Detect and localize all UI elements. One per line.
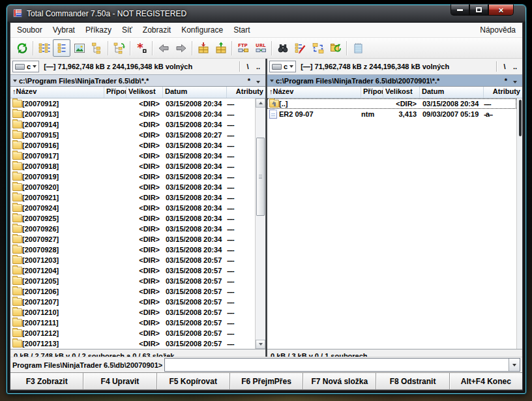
notepad-edit-button[interactable] xyxy=(349,39,366,57)
folder-icon xyxy=(12,235,22,243)
menu-item[interactable]: Příkazy xyxy=(80,23,117,37)
file-row[interactable]: [20070912] <DIR> 03/15/2008 20:34 ---- xyxy=(10,98,255,109)
file-row[interactable]: [20070928] <DIR> 03/15/2008 20:34 ---- xyxy=(10,245,255,255)
left-column-headers: ↑Název Přípona Velikost Datum Atributy xyxy=(10,87,265,98)
file-row[interactable]: [20071211] <DIR> 03/15/2008 20:57 ---- xyxy=(10,318,255,328)
file-row[interactable]: [20071210] <DIR> 03/15/2008 20:57 ---- xyxy=(10,307,255,318)
right-header-name[interactable]: ↑Název xyxy=(267,87,361,98)
right-header-size[interactable]: Velikost xyxy=(383,87,420,98)
menu-item[interactable]: Konfigurace xyxy=(176,23,228,37)
file-row[interactable]: [20071213] <DIR> 03/15/2008 20:57 ---- xyxy=(10,338,255,349)
file-row[interactable]: [..] <DIR> 03/15/2008 20:34 ---- xyxy=(267,98,516,109)
function-key-button[interactable]: F5 Kopírovat xyxy=(156,373,229,389)
right-parent-button[interactable]: .. xyxy=(510,63,520,70)
left-header-date[interactable]: Datum xyxy=(163,87,227,98)
minimize-button[interactable] xyxy=(451,5,469,16)
multi-rename-button[interactable] xyxy=(291,39,309,57)
file-row[interactable]: [20070917] <DIR> 03/15/2008 20:34 ---- xyxy=(10,151,255,161)
back-button[interactable] xyxy=(155,39,172,57)
no-filter-star-button[interactable]: * xyxy=(132,39,150,57)
scrollbar-thumb[interactable] xyxy=(256,138,265,215)
file-row[interactable]: [20070915] <DIR> 03/15/2008 20:27 ---- xyxy=(10,130,255,140)
brief-view-button[interactable] xyxy=(35,39,53,57)
left-header-name[interactable]: ↑Název xyxy=(10,87,104,98)
file-row[interactable]: [20070926] <DIR> 03/15/2008 20:34 ---- xyxy=(10,224,255,234)
left-drive-combo[interactable]: c xyxy=(12,61,39,72)
left-header-size[interactable]: Velikost xyxy=(126,87,163,98)
left-path-bar[interactable]: c:\Program Files\NinjaTrader 6.5\db\*.* … xyxy=(10,74,265,87)
right-scrollbar[interactable] xyxy=(516,98,522,349)
file-row[interactable]: [20070918] <DIR> 03/15/2008 20:34 ---- xyxy=(10,161,255,171)
unpack-files-button[interactable] xyxy=(212,39,229,57)
refresh-button[interactable] xyxy=(13,39,31,57)
file-row[interactable]: [20071205] <DIR> 03/15/2008 20:57 ---- xyxy=(10,276,255,286)
function-key-button[interactable]: F4 Upravit xyxy=(83,373,156,389)
file-row[interactable]: [20070913] <DIR> 03/15/2008 20:34 ---- xyxy=(10,109,255,119)
path-dropdown-icon xyxy=(270,80,274,82)
right-header-attr[interactable]: Atributy xyxy=(484,87,522,98)
svg-text:URL: URL xyxy=(256,43,266,48)
right-drive-combo[interactable]: c xyxy=(269,61,296,72)
left-favorites-button[interactable]: * xyxy=(244,77,254,85)
file-row[interactable]: [20071207] <DIR> 03/15/2008 20:57 ---- xyxy=(10,297,255,307)
file-row[interactable]: [20071212] <DIR> 03/15/2008 20:57 ---- xyxy=(10,328,255,338)
right-header-ext[interactable]: Přípona xyxy=(361,87,383,98)
ftp-connect-button[interactable]: FTP xyxy=(234,39,252,57)
file-row[interactable]: [20071204] <DIR> 03/15/2008 20:57 ---- xyxy=(10,265,255,276)
right-header-date[interactable]: Datum xyxy=(420,87,484,98)
close-button[interactable]: × xyxy=(488,5,514,16)
scroll-down-button[interactable] xyxy=(256,340,265,349)
find-files-button[interactable] xyxy=(274,39,291,57)
titlebar[interactable]: Total Commander 7.50a - NOT REGISTERED × xyxy=(10,5,523,22)
left-header-ext[interactable]: Přípona xyxy=(104,87,126,98)
file-row[interactable]: [20070924] <DIR> 03/15/2008 20:34 ---- xyxy=(10,203,255,213)
function-key-button[interactable]: Alt+F4 Konec xyxy=(449,373,522,389)
file-row[interactable]: [20070919] <DIR> 03/15/2008 20:34 ---- xyxy=(10,171,255,182)
command-input[interactable] xyxy=(165,359,509,371)
path-dropdown-icon xyxy=(13,80,17,82)
branch-view-button[interactable] xyxy=(110,39,128,57)
file-row[interactable]: [20070925] <DIR> 03/15/2008 20:34 ---- xyxy=(10,213,255,224)
file-row[interactable]: [20070920] <DIR> 03/15/2008 20:34 ---- xyxy=(10,182,255,192)
menu-item[interactable]: Start xyxy=(228,23,255,37)
file-row[interactable]: [20071203] <DIR> 03/15/2008 20:57 ---- xyxy=(10,255,255,265)
pack-files-button[interactable] xyxy=(194,39,212,57)
left-parent-button[interactable]: .. xyxy=(253,63,263,70)
function-key-button[interactable]: F8 Odstranit xyxy=(376,373,449,389)
function-key-button[interactable]: F6 PřejmPřes xyxy=(229,373,303,389)
right-favorites-button[interactable]: * xyxy=(501,77,510,85)
tree-view-button[interactable] xyxy=(88,39,106,57)
forward-button[interactable] xyxy=(172,39,190,57)
right-root-button[interactable]: \ xyxy=(499,63,510,70)
scrollbar-thumb[interactable] xyxy=(519,100,522,136)
scroll-up-button[interactable] xyxy=(256,98,265,108)
file-row[interactable]: ER2 09-07 ntm 3,413 09/03/2007 05:19 -a-… xyxy=(267,109,516,119)
menu-item-help[interactable]: Nápověda xyxy=(475,23,521,37)
left-scrollbar[interactable] xyxy=(255,98,265,349)
scrollbar-track[interactable] xyxy=(256,108,265,340)
left-root-button[interactable]: \ xyxy=(243,63,253,70)
menu-item[interactable]: Vybrat xyxy=(48,23,80,37)
left-history-button[interactable] xyxy=(254,77,263,85)
command-history-button[interactable] xyxy=(509,359,520,371)
menu-item[interactable]: Soubor xyxy=(12,23,48,37)
menu-item[interactable]: Zobrazit xyxy=(138,23,176,37)
maximize-button[interactable] xyxy=(469,5,488,16)
file-row[interactable]: [20071206] <DIR> 03/15/2008 20:57 ---- xyxy=(10,286,255,297)
dir-compare-button[interactable] xyxy=(327,39,344,57)
menu-item[interactable]: Síť xyxy=(117,23,138,37)
folder-icon xyxy=(12,225,22,233)
ftp-url-button[interactable]: URL xyxy=(252,39,269,57)
sync-dirs-button[interactable] xyxy=(309,39,327,57)
thumbnails-view-button[interactable] xyxy=(70,39,88,57)
function-key-button[interactable]: F3 Zobrazit xyxy=(10,373,83,389)
function-key-button[interactable]: F7 Nová složka xyxy=(303,373,376,389)
file-row[interactable]: [20070927] <DIR> 03/15/2008 20:34 ---- xyxy=(10,234,255,245)
file-row[interactable]: [20070921] <DIR> 03/15/2008 20:34 ---- xyxy=(10,192,255,203)
full-view-button[interactable] xyxy=(53,39,70,57)
left-header-attr[interactable]: Atributy xyxy=(227,87,265,98)
right-history-button[interactable] xyxy=(510,77,520,85)
right-path-bar[interactable]: c:\Program Files\NinjaTrader 6.5\db\2007… xyxy=(267,74,522,87)
file-row[interactable]: [20070914] <DIR> 03/15/2008 20:34 ---- xyxy=(10,119,255,130)
file-row[interactable]: [20070916] <DIR> 03/15/2008 20:34 ---- xyxy=(10,140,255,151)
